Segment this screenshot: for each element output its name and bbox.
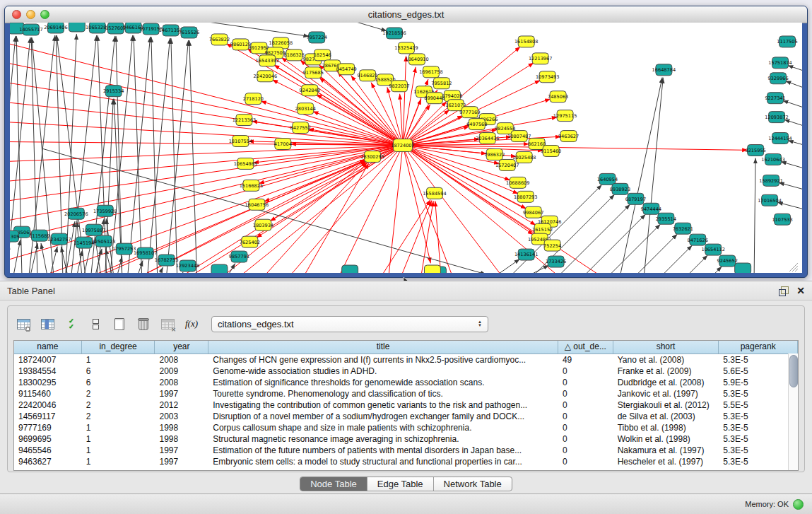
teal-node[interactable]: 15751874 (768, 57, 792, 69)
memory-ok-indicator[interactable] (793, 499, 804, 510)
teal-node[interactable]: 1733426 (546, 256, 566, 267)
teal-node[interactable]: 2915334 (103, 86, 124, 97)
function-icon[interactable]: f(x) (183, 315, 200, 332)
edge[interactable] (782, 100, 802, 107)
yellow-node[interactable]: 7955812 (431, 78, 452, 89)
table-row[interactable]: 1938455462009Genome-wide association stu… (14, 366, 798, 377)
edge[interactable] (339, 146, 403, 273)
yellow-node[interactable]: 15720407 (495, 159, 519, 170)
edge[interactable] (264, 163, 367, 273)
edge[interactable] (41, 243, 47, 273)
teal-node[interactable]: 9474444 (641, 203, 661, 214)
yellow-node[interactable]: 2718120 (243, 93, 264, 105)
teal-node[interactable]: 19218586 (382, 28, 406, 39)
teal-node[interactable]: 7615526 (179, 27, 199, 38)
edge[interactable] (332, 23, 387, 31)
table-row[interactable]: 1456911722003Disruption of a novel membe… (14, 411, 798, 422)
edge[interactable] (403, 67, 416, 146)
edge[interactable] (610, 224, 660, 273)
teal-node[interactable]: 7632621 (673, 223, 693, 234)
select-all-icon[interactable]: ✓ ✓ (63, 315, 80, 332)
edge[interactable] (403, 146, 748, 151)
teal-node[interactable]: 391305 (10, 230, 20, 242)
yellow-node[interactable]: 9242848 (300, 85, 320, 96)
teal-node[interactable]: 10654112 (701, 244, 725, 255)
yellow-node[interactable]: 182546 (314, 49, 331, 61)
yellow-node[interactable]: 6497568 (466, 119, 487, 130)
yellow-node[interactable]: 10025488 (512, 151, 536, 163)
edge[interactable] (128, 37, 151, 273)
teal-node[interactable] (69, 23, 85, 32)
zoom-window-button[interactable] (40, 10, 49, 19)
edge[interactable] (192, 146, 403, 273)
column-header-in_degree[interactable]: in_degree (82, 341, 155, 354)
teal-node[interactable]: 6879197 (625, 193, 646, 204)
yellow-node[interactable]: 752254 (543, 240, 561, 251)
yellow-node[interactable]: 20364436 (476, 133, 500, 144)
edge[interactable] (181, 272, 184, 273)
edge[interactable] (151, 37, 158, 273)
yellow-node[interactable]: 8454749 (336, 64, 356, 75)
edge[interactable] (403, 56, 406, 146)
column-header-pagerank[interactable]: pagerank (719, 341, 798, 354)
teal-node[interactable]: 14136141 (514, 249, 539, 260)
yellow-node[interactable]: 13325419 (394, 42, 418, 54)
yellow-node[interactable]: 10654985 (234, 158, 258, 169)
yellow-node[interactable]: 12213967 (529, 53, 553, 64)
edge[interactable] (688, 255, 707, 273)
column-header-year[interactable]: year (155, 341, 208, 354)
yellow-node[interactable]: 9860129 (230, 39, 251, 50)
yellow-node[interactable]: 12213363 (233, 115, 257, 126)
scrollbar-thumb[interactable] (789, 355, 798, 387)
yellow-node[interactable]: 9463627 (558, 131, 579, 142)
edge[interactable] (304, 163, 368, 273)
table-row[interactable]: 911546021997Tourette syndrome. Phenomeno… (14, 388, 798, 399)
table-row[interactable]: 1872400712008Changes of HCN gene express… (14, 354, 798, 366)
yellow-node[interactable]: 15166825 (240, 180, 264, 191)
yellow-node[interactable]: 7625402 (240, 236, 260, 247)
edge[interactable] (586, 214, 646, 273)
yellow-node[interactable]: 417004 (274, 139, 292, 150)
column-header-short[interactable]: short (613, 341, 719, 354)
yellow-node[interactable]: 9822037 (389, 81, 409, 92)
table-selector-dropdown[interactable]: citations_edges.txt ▲▼ (211, 316, 488, 332)
edge[interactable] (10, 43, 403, 146)
yellow-node[interactable]: 1803934 (253, 219, 273, 230)
float-panel-icon[interactable] (779, 286, 788, 296)
teal-node[interactable]: 1117505 (777, 36, 797, 47)
teal-node[interactable]: 16210643 (761, 153, 785, 165)
table-row[interactable]: 2242004622012Investigating the contribut… (14, 399, 798, 411)
network-canvas[interactable]: 1872400714055717206914061065328715276029… (10, 23, 802, 273)
teal-node[interactable]: 9329966 (767, 73, 788, 84)
edge[interactable] (785, 81, 802, 88)
table-row[interactable]: 1830029562008Estimation of significance … (14, 377, 798, 388)
edge[interactable] (400, 94, 403, 146)
teal-node[interactable]: 12923448 (176, 260, 200, 271)
yellow-node[interactable]: 15584594 (423, 187, 447, 199)
edge[interactable] (401, 200, 432, 273)
network-window-titlebar[interactable]: citations_edges.txt (5, 6, 807, 23)
edge[interactable] (10, 63, 403, 146)
yellow-node[interactable]: 10688609 (506, 177, 530, 188)
minimize-window-button[interactable] (26, 10, 35, 19)
edge[interactable] (529, 265, 549, 273)
teal-node[interactable]: 1107533 (772, 214, 792, 225)
teal-node[interactable]: 2935514 (656, 213, 676, 224)
vertical-scrollbar[interactable] (788, 354, 798, 470)
tab-network-table[interactable]: Network Table (433, 477, 512, 491)
table-settings-icon[interactable] (15, 315, 32, 332)
teal-node[interactable]: 8938923 (610, 183, 630, 194)
yellow-node[interactable]: 18107554 (229, 136, 253, 147)
column-header-title[interactable]: title (208, 341, 558, 354)
resize-grip-icon[interactable] (789, 263, 798, 271)
show-columns-icon[interactable] (39, 315, 56, 332)
edge[interactable] (637, 234, 677, 273)
row-height-icon[interactable] (87, 315, 104, 332)
table-row[interactable]: 946554611997Estimation of the future num… (14, 445, 798, 456)
edge[interactable] (10, 122, 403, 146)
edge[interactable] (781, 161, 802, 168)
yellow-node[interactable]: 16046756 (245, 199, 269, 210)
teal-node[interactable] (735, 263, 751, 273)
edge[interactable] (644, 78, 663, 273)
edge[interactable] (784, 119, 802, 127)
